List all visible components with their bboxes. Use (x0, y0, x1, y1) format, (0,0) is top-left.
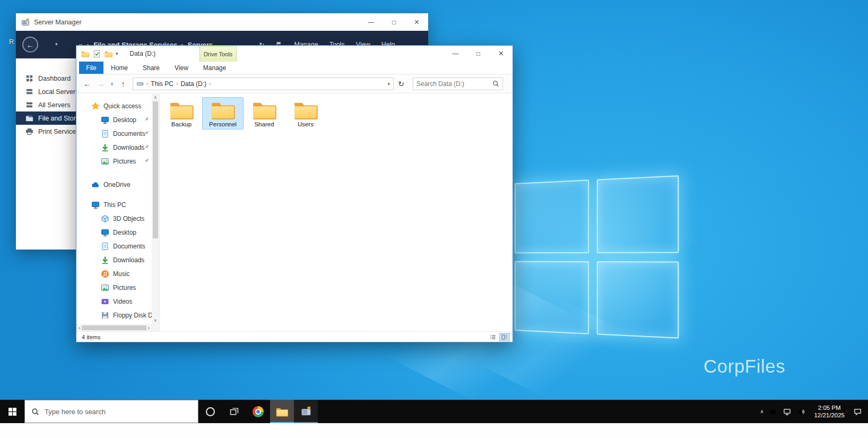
back-dropdown-icon[interactable]: ▾ (55, 41, 58, 47)
screen: CorpFiles R Server Manager — □ × ← ▾ « ▸ (0, 0, 868, 438)
taskbar-clock[interactable]: 2:05 PM 12/21/2025 (814, 404, 845, 419)
close-button[interactable]: × (405, 13, 428, 31)
ribbon-tabs: FileHomeShareViewManage (76, 62, 513, 74)
back-button[interactable]: ← (81, 78, 93, 90)
nav-pane-item[interactable]: Quick access (76, 99, 152, 113)
explorer-search-box[interactable] (413, 78, 503, 90)
file-explorer-button[interactable] (270, 400, 294, 423)
nav-pane-item[interactable]: Downloads (76, 141, 152, 154)
folder-name: Users (298, 121, 314, 127)
start-button[interactable] (0, 400, 24, 423)
vertical-scrollbar[interactable]: ∧ ∨ (152, 94, 159, 324)
details-view-button[interactable] (488, 333, 498, 341)
onedrive-cloud-icon[interactable] (769, 408, 777, 416)
search-icon (31, 408, 39, 416)
status-bar: 4 items (76, 331, 513, 342)
explorer-app-icon (81, 49, 89, 58)
up-button[interactable]: ↑ (117, 78, 129, 90)
ribbon-tab[interactable]: File (79, 62, 103, 74)
folder-tile[interactable]: Shared (244, 97, 285, 130)
breadcrumb-item[interactable]: This PC › (151, 80, 178, 88)
cortana-button[interactable] (198, 400, 222, 423)
volume-icon[interactable] (797, 408, 805, 416)
video-icon (101, 297, 109, 306)
action-center-icon[interactable] (854, 408, 862, 416)
down-icon (101, 143, 109, 152)
nav-pane-item[interactable]: Desktop (76, 226, 152, 239)
nav-pane-item[interactable]: 3D Objects (76, 212, 152, 226)
folder-tile[interactable]: Users (285, 97, 326, 130)
file-explorer-icon (276, 407, 288, 417)
explorer-main: Quick access Desktop Documents (76, 94, 513, 331)
refresh-icon[interactable]: ↻ (395, 78, 407, 90)
scroll-up-icon[interactable]: ∧ (154, 95, 157, 100)
maximize-button[interactable]: □ (467, 46, 490, 62)
doc-icon (101, 242, 109, 251)
address-dropdown-icon[interactable]: ▾ (387, 81, 390, 87)
scrollbar-thumb[interactable] (153, 101, 158, 238)
folder-tile[interactable]: Backup (161, 97, 202, 130)
drive-tools-contextual-tab[interactable]: Drive Tools (199, 46, 237, 62)
nav-pane-item[interactable]: Documents (76, 239, 152, 253)
minimize-button[interactable]: — (360, 13, 383, 31)
new-folder-icon[interactable] (104, 49, 112, 58)
nav-pane-item[interactable]: Downloads (76, 253, 152, 267)
large-icons-view-button[interactable] (499, 333, 510, 341)
horizontal-scrollbar[interactable]: ‹ › (76, 324, 152, 331)
navigation-pane: Quick access Desktop Documents (76, 94, 160, 331)
server-manager-titlebar[interactable]: Server Manager — □ × (16, 13, 428, 31)
ribbon-tab[interactable]: Share (135, 62, 167, 74)
minimize-button[interactable]: — (444, 46, 467, 62)
hidden-icons-chevron-icon[interactable]: ∧ (760, 409, 764, 414)
server-manager-button[interactable] (294, 400, 318, 423)
taskbar-search-box[interactable] (24, 400, 198, 423)
taskbar: ∧ 2:05 PM 12/21/2025 (0, 400, 868, 423)
folder-icon (169, 100, 194, 119)
folder-view[interactable]: Backup Personnel Shared Users (160, 94, 513, 331)
explorer-search-input[interactable] (416, 80, 490, 88)
nav-pane-item[interactable]: Desktop (76, 113, 152, 127)
maximize-button[interactable]: □ (383, 13, 405, 31)
bottom-strip (0, 423, 868, 438)
logo-pane (515, 179, 589, 253)
taskbar-search-input[interactable] (45, 408, 192, 416)
back-button[interactable]: ← (22, 37, 38, 53)
server-manager-title: Server Manager (34, 19, 82, 26)
folder-tile[interactable]: Personnel (202, 97, 244, 130)
crumb-separator-icon: › (209, 81, 211, 87)
pin-icon (144, 130, 150, 136)
ribbon-tab[interactable]: View (167, 62, 196, 74)
qat-customize-icon[interactable]: ▾ (116, 51, 118, 56)
nav-pane-item[interactable]: OneDrive (76, 178, 152, 192)
ribbon-tab[interactable]: Home (103, 62, 135, 74)
server-icon (25, 88, 33, 96)
down-icon (101, 256, 109, 264)
file-explorer-window: ▾ Data (D:) Drive Tools — □ × FileHomeSh… (76, 45, 513, 342)
nav-pane-item[interactable]: Floppy Disk Dr (76, 308, 152, 322)
pin-icon (144, 116, 150, 122)
nav-pane-item[interactable]: Music (76, 267, 152, 281)
nav-pane-item[interactable]: This PC (76, 198, 152, 212)
explorer-titlebar[interactable]: ▾ Data (D:) Drive Tools — □ × (76, 46, 513, 62)
scrollbar-thumb[interactable] (82, 325, 146, 330)
breadcrumb-item[interactable]: Data (D:) › (180, 80, 211, 88)
nav-pane-item[interactable]: Pictures (76, 281, 152, 295)
close-button[interactable]: × (490, 46, 513, 62)
chrome-button[interactable] (246, 400, 270, 423)
address-box[interactable]: › This PC › Data (D:) › ▾ (133, 78, 394, 90)
forward-button[interactable]: → (94, 78, 107, 90)
nav-pane-item[interactable]: Videos (76, 295, 152, 308)
scroll-right-icon[interactable]: › (148, 325, 150, 331)
nav-pane-item[interactable]: Documents (76, 127, 152, 141)
address-bar: ← → ∨ ↑ › This PC › Data (D:) › ▾ (76, 74, 513, 93)
network-icon[interactable] (783, 408, 791, 416)
ribbon-tab[interactable]: Manage (198, 62, 231, 74)
task-view-button[interactable] (222, 400, 246, 423)
music-icon (101, 270, 109, 278)
recent-locations-icon[interactable]: ∨ (108, 78, 116, 90)
folder-icon (252, 100, 276, 119)
scroll-down-icon[interactable]: ∨ (154, 318, 157, 323)
scroll-left-icon[interactable]: ‹ (79, 325, 80, 331)
nav-pane-item[interactable]: Pictures (76, 154, 152, 168)
properties-icon[interactable] (92, 49, 101, 58)
